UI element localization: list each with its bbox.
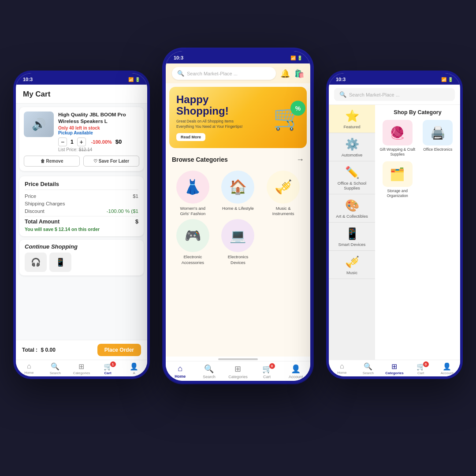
categories-label-left: Categories	[73, 371, 90, 375]
phone-notch-center	[218, 51, 258, 61]
main-cat-office-elec[interactable]: 🖨️ Office Electronics	[420, 120, 456, 157]
status-time-left: 10:3	[23, 77, 33, 82]
nav-home-left[interactable]: ⌂ Home	[16, 362, 42, 375]
cart-item-stock: Only 40 left in stock	[58, 126, 139, 130]
continue-shopping-title: Continue Shopping	[25, 243, 138, 250]
categories-row-2: 🎮 Electronic Accessories 💻 Electronics D…	[166, 219, 310, 267]
trash-icon: 🗑	[41, 159, 45, 164]
save-label: Save For Later	[99, 159, 129, 164]
place-order-button[interactable]: Place Order	[97, 344, 141, 356]
hero-title: Happy Shopping!	[176, 94, 247, 117]
total-label: Total Amount	[25, 219, 60, 225]
percent-badge: %	[290, 101, 305, 116]
hero-visual: 🛒 %	[273, 105, 303, 130]
category-home-circle: 🏠	[221, 171, 254, 204]
nav-search-center[interactable]: 🔍 Search	[195, 364, 224, 379]
storage-cat-label: Storage and Organization	[379, 189, 416, 198]
nav-search-right[interactable]: 🔍 Search	[355, 362, 382, 375]
remove-button[interactable]: 🗑 Remove	[24, 156, 80, 167]
total-prefix: Total :	[22, 347, 37, 353]
nav-cart-right[interactable]: 0 🛒 Cart	[408, 362, 434, 375]
category-music[interactable]: 🎺 Music & Instruments	[267, 171, 300, 217]
cart-header: My Cart	[16, 85, 147, 104]
gift-cat-image: 🧶	[383, 120, 413, 145]
category-fashion[interactable]: 👗 Women's and Girls' Fashion	[176, 171, 209, 217]
continue-item-1[interactable]: 🎧	[25, 253, 47, 272]
sidebar-item-smart[interactable]: 📱 Smart Devices	[329, 223, 375, 251]
category-music-label: Music & Instruments	[267, 206, 300, 217]
phone-notch-left	[64, 73, 99, 82]
sidebar-item-featured[interactable]: ⭐ Featured	[329, 105, 375, 133]
sidebar-item-music[interactable]: 🎺 Music	[329, 251, 375, 279]
nav-categories-left[interactable]: ⊞ Categories	[68, 362, 95, 375]
price-row-label: Price	[25, 193, 36, 199]
heart-icon: ♡	[93, 159, 97, 164]
qty-decrease-btn[interactable]: −	[58, 138, 67, 146]
category-electronics[interactable]: 💻 Electronics Devices	[221, 219, 254, 265]
sidebar-item-office-school[interactable]: ✏️ Office & School Supplies	[329, 161, 375, 194]
category-electronic-acc[interactable]: 🎮 Electronic Accessories	[176, 219, 209, 265]
office-elec-cat-image: 🖨️	[423, 120, 453, 145]
browse-arrow-icon[interactable]: →	[296, 155, 304, 164]
home-icon-left: ⌂	[27, 362, 31, 370]
account-label-center: Account	[289, 375, 303, 379]
home-icon-right: ⌂	[340, 362, 344, 370]
nav-categories-right[interactable]: ⊞ Categories	[381, 362, 408, 375]
bag-icon[interactable]: 🛍️	[294, 69, 304, 78]
nav-account-right[interactable]: 👤 Account	[434, 362, 460, 375]
read-more-button[interactable]: Read More	[176, 133, 205, 141]
gift-cat-label: Gift Wrapping & Craft Supplies	[379, 147, 416, 157]
nav-account-center[interactable]: 👤 Account	[281, 364, 310, 379]
music-sidebar-label: Music	[346, 270, 357, 275]
main-cat-storage[interactable]: 🗂️ Storage and Organization	[379, 161, 416, 198]
nav-cart-center[interactable]: 0 🛒 Cart	[253, 364, 282, 379]
phone-notch-right	[377, 73, 412, 82]
right-search-placeholder: Search Market-Place ...	[349, 92, 450, 97]
savings-text: You will save $ 12.14 on this order	[25, 227, 138, 232]
nav-search-left[interactable]: 🔍 Search	[42, 362, 69, 375]
notification-icon[interactable]: 🔔	[280, 69, 290, 78]
category-home-label: Home & Lifestyle	[222, 206, 254, 211]
main-categories-grid: 🧶 Gift Wrapping & Craft Supplies 🖨️ Offi…	[379, 120, 456, 198]
nav-cart-left[interactable]: 1 🛒 Cart	[95, 362, 121, 375]
storage-cat-image: 🗂️	[383, 161, 413, 187]
center-search-bar: 🔍 Search Market-Place ... 🔔 🛍️	[166, 63, 310, 83]
hero-banner: Happy Shopping! Great Deals on All Shopp…	[169, 87, 307, 148]
category-electronic-acc-label: Electronic Accessories	[176, 254, 209, 265]
category-electronics-circle: 💻	[221, 219, 254, 252]
save-for-later-button[interactable]: ♡ Save For Later	[83, 156, 139, 167]
art-label: Art & Collectibles	[336, 214, 368, 219]
bottom-nav-left: ⌂ Home 🔍 Search ⊞ Categories 1 🛒 Cart 👤 …	[16, 360, 147, 376]
qty-increase-btn[interactable]: +	[77, 138, 86, 146]
shipping-label: Shipping Charges	[25, 201, 65, 206]
sidebar-item-art[interactable]: 🎨 Art & Collectibles	[329, 194, 375, 223]
category-fashion-label: Women's and Girls' Fashion	[176, 206, 209, 217]
center-search-placeholder: Search Market-Place ...	[187, 71, 271, 76]
category-placeholder	[267, 219, 300, 265]
cart-item-discount: -100.00%	[91, 139, 112, 145]
nav-home-center[interactable]: ⌂ Home	[166, 364, 195, 379]
bottom-nav-right: ⌂ Home 🔍 Search ⊞ Categories 0 🛒 Cart 👤 …	[329, 360, 460, 376]
price-row-shipping: Shipping Charges	[25, 201, 138, 206]
price-row-value: $1	[133, 193, 138, 199]
main-cat-gift[interactable]: 🧶 Gift Wrapping & Craft Supplies	[379, 120, 416, 157]
office-school-label: Office & School Supplies	[331, 181, 372, 190]
categories-layout: ⭐ Featured ⚙️ Automotive ✏️ Office & Sch…	[329, 105, 460, 360]
sidebar-item-automotive[interactable]: ⚙️ Automotive	[329, 133, 375, 161]
search-icon-right: 🔍	[364, 362, 372, 371]
nav-categories-center[interactable]: ⊞ Categories	[223, 364, 253, 379]
hero-subtitle: Great Deals on All Shopping Items Everyt…	[176, 119, 247, 130]
discount-label: Discount	[25, 208, 45, 214]
nav-home-right[interactable]: ⌂ Home	[329, 362, 355, 375]
qty-value: 1	[71, 139, 74, 145]
categories-label-right: Categories	[385, 371, 403, 375]
category-home[interactable]: 🏠 Home & Lifestyle	[221, 171, 254, 217]
center-search-input-wrap[interactable]: 🔍 Search Market-Place ...	[172, 67, 276, 80]
featured-sidebar-icon: ⭐	[345, 109, 359, 123]
bottom-nav-center: ⌂ Home 🔍 Search ⊞ Categories 0 🛒 Cart 👤 …	[166, 361, 310, 381]
right-search-input[interactable]: 🔍 Search Market-Place ...	[334, 88, 455, 101]
nav-account-left[interactable]: 👤 A	[121, 362, 147, 375]
cart-item-list-price: List Price: $12.14	[58, 147, 139, 152]
featured-label: Featured	[343, 124, 360, 129]
continue-item-2[interactable]: 📱	[49, 253, 71, 272]
